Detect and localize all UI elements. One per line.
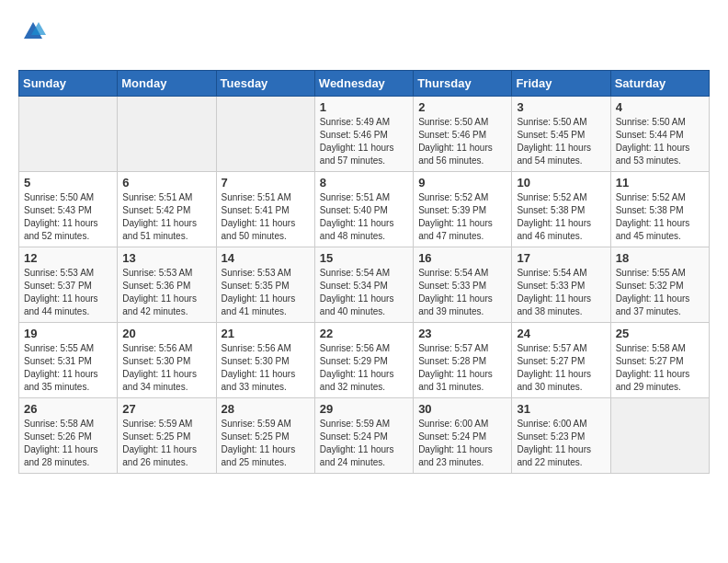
calendar-cell: 23Sunrise: 5:57 AM Sunset: 5:28 PM Dayli… bbox=[414, 323, 512, 398]
calendar-cell: 20Sunrise: 5:56 AM Sunset: 5:30 PM Dayli… bbox=[118, 323, 216, 398]
calendar-cell: 19Sunrise: 5:55 AM Sunset: 5:31 PM Dayli… bbox=[19, 323, 118, 398]
day-number: 23 bbox=[418, 327, 506, 340]
day-number: 24 bbox=[517, 327, 605, 340]
day-number: 27 bbox=[122, 402, 210, 416]
calendar-week-row: 1Sunrise: 5:49 AM Sunset: 5:46 PM Daylig… bbox=[19, 97, 710, 172]
weekday-header: Friday bbox=[512, 71, 610, 97]
calendar-cell: 31Sunrise: 6:00 AM Sunset: 5:23 PM Dayli… bbox=[512, 398, 610, 474]
weekday-header: Thursday bbox=[414, 71, 512, 97]
day-info: Sunrise: 6:00 AM Sunset: 5:23 PM Dayligh… bbox=[517, 418, 605, 469]
calendar-cell: 1Sunrise: 5:49 AM Sunset: 5:46 PM Daylig… bbox=[314, 97, 413, 172]
header bbox=[18, 18, 710, 61]
day-info: Sunrise: 5:51 AM Sunset: 5:42 PM Dayligh… bbox=[122, 191, 210, 243]
day-number: 18 bbox=[616, 251, 704, 265]
calendar-cell: 5Sunrise: 5:50 AM Sunset: 5:43 PM Daylig… bbox=[19, 172, 118, 247]
logo-icon bbox=[20, 18, 46, 44]
calendar-cell: 30Sunrise: 6:00 AM Sunset: 5:24 PM Dayli… bbox=[414, 398, 512, 474]
day-number: 13 bbox=[122, 251, 210, 265]
day-info: Sunrise: 5:52 AM Sunset: 5:38 PM Dayligh… bbox=[616, 191, 704, 243]
calendar-cell: 21Sunrise: 5:56 AM Sunset: 5:30 PM Dayli… bbox=[216, 323, 314, 398]
calendar-cell: 8Sunrise: 5:51 AM Sunset: 5:40 PM Daylig… bbox=[314, 172, 413, 247]
calendar-cell: 18Sunrise: 5:55 AM Sunset: 5:32 PM Dayli… bbox=[610, 247, 709, 323]
day-info: Sunrise: 5:55 AM Sunset: 5:32 PM Dayligh… bbox=[616, 267, 704, 318]
day-number: 26 bbox=[24, 402, 112, 416]
calendar-cell: 22Sunrise: 5:56 AM Sunset: 5:29 PM Dayli… bbox=[314, 323, 413, 398]
weekday-header: Wednesday bbox=[314, 71, 413, 97]
day-number: 29 bbox=[320, 402, 408, 416]
calendar-cell: 26Sunrise: 5:58 AM Sunset: 5:26 PM Dayli… bbox=[19, 398, 118, 474]
day-info: Sunrise: 5:56 AM Sunset: 5:30 PM Dayligh… bbox=[122, 342, 210, 394]
calendar-cell: 13Sunrise: 5:53 AM Sunset: 5:36 PM Dayli… bbox=[118, 247, 216, 323]
calendar-cell: 14Sunrise: 5:53 AM Sunset: 5:35 PM Dayli… bbox=[216, 247, 314, 323]
day-info: Sunrise: 5:58 AM Sunset: 5:27 PM Dayligh… bbox=[616, 342, 704, 394]
day-info: Sunrise: 5:54 AM Sunset: 5:33 PM Dayligh… bbox=[418, 267, 506, 318]
calendar-cell: 29Sunrise: 5:59 AM Sunset: 5:24 PM Dayli… bbox=[314, 398, 413, 474]
day-number: 10 bbox=[517, 176, 605, 190]
day-number: 14 bbox=[222, 251, 310, 265]
day-info: Sunrise: 5:52 AM Sunset: 5:39 PM Dayligh… bbox=[418, 191, 506, 243]
day-number: 21 bbox=[222, 327, 310, 340]
calendar-cell: 2Sunrise: 5:50 AM Sunset: 5:46 PM Daylig… bbox=[414, 97, 512, 172]
calendar-week-row: 19Sunrise: 5:55 AM Sunset: 5:31 PM Dayli… bbox=[19, 323, 710, 398]
day-info: Sunrise: 5:55 AM Sunset: 5:31 PM Dayligh… bbox=[24, 342, 112, 394]
day-number: 2 bbox=[418, 100, 506, 114]
day-info: Sunrise: 5:57 AM Sunset: 5:28 PM Dayligh… bbox=[418, 342, 506, 394]
calendar-cell bbox=[118, 97, 216, 172]
calendar-cell: 4Sunrise: 5:50 AM Sunset: 5:44 PM Daylig… bbox=[610, 97, 709, 172]
day-number: 11 bbox=[616, 176, 704, 190]
day-number: 12 bbox=[24, 251, 112, 265]
day-info: Sunrise: 5:54 AM Sunset: 5:33 PM Dayligh… bbox=[517, 267, 605, 318]
calendar-cell: 6Sunrise: 5:51 AM Sunset: 5:42 PM Daylig… bbox=[118, 172, 216, 247]
day-info: Sunrise: 5:56 AM Sunset: 5:30 PM Dayligh… bbox=[222, 342, 310, 394]
calendar-cell: 7Sunrise: 5:51 AM Sunset: 5:41 PM Daylig… bbox=[216, 172, 314, 247]
day-info: Sunrise: 5:52 AM Sunset: 5:38 PM Dayligh… bbox=[517, 191, 605, 243]
day-number: 20 bbox=[122, 327, 210, 340]
day-info: Sunrise: 5:50 AM Sunset: 5:43 PM Dayligh… bbox=[24, 191, 112, 243]
day-info: Sunrise: 5:54 AM Sunset: 5:34 PM Dayligh… bbox=[320, 267, 408, 318]
day-number: 31 bbox=[517, 402, 605, 416]
calendar-cell: 10Sunrise: 5:52 AM Sunset: 5:38 PM Dayli… bbox=[512, 172, 610, 247]
calendar-week-row: 26Sunrise: 5:58 AM Sunset: 5:26 PM Dayli… bbox=[19, 398, 710, 474]
day-number: 28 bbox=[222, 402, 310, 416]
calendar-cell: 17Sunrise: 5:54 AM Sunset: 5:33 PM Dayli… bbox=[512, 247, 610, 323]
calendar-cell: 3Sunrise: 5:50 AM Sunset: 5:45 PM Daylig… bbox=[512, 97, 610, 172]
day-info: Sunrise: 5:59 AM Sunset: 5:24 PM Dayligh… bbox=[320, 418, 408, 469]
calendar-cell: 12Sunrise: 5:53 AM Sunset: 5:37 PM Dayli… bbox=[19, 247, 118, 323]
day-info: Sunrise: 5:50 AM Sunset: 5:45 PM Dayligh… bbox=[517, 116, 605, 167]
day-number: 3 bbox=[517, 100, 605, 114]
weekday-header: Monday bbox=[118, 71, 216, 97]
calendar-table: SundayMondayTuesdayWednesdayThursdayFrid… bbox=[18, 70, 710, 474]
day-info: Sunrise: 5:53 AM Sunset: 5:35 PM Dayligh… bbox=[222, 267, 310, 318]
day-info: Sunrise: 5:50 AM Sunset: 5:46 PM Dayligh… bbox=[418, 116, 506, 167]
day-number: 8 bbox=[320, 176, 408, 190]
day-number: 30 bbox=[418, 402, 506, 416]
day-info: Sunrise: 5:56 AM Sunset: 5:29 PM Dayligh… bbox=[320, 342, 408, 394]
day-number: 6 bbox=[122, 176, 210, 190]
day-info: Sunrise: 6:00 AM Sunset: 5:24 PM Dayligh… bbox=[418, 418, 506, 469]
calendar-cell: 15Sunrise: 5:54 AM Sunset: 5:34 PM Dayli… bbox=[314, 247, 413, 323]
day-info: Sunrise: 5:57 AM Sunset: 5:27 PM Dayligh… bbox=[517, 342, 605, 394]
calendar-cell: 25Sunrise: 5:58 AM Sunset: 5:27 PM Dayli… bbox=[610, 323, 709, 398]
calendar-header-row: SundayMondayTuesdayWednesdayThursdayFrid… bbox=[19, 71, 710, 97]
day-number: 17 bbox=[517, 251, 605, 265]
day-info: Sunrise: 5:51 AM Sunset: 5:41 PM Dayligh… bbox=[222, 191, 310, 243]
day-number: 16 bbox=[418, 251, 506, 265]
day-number: 4 bbox=[616, 100, 704, 114]
day-number: 5 bbox=[24, 176, 112, 190]
logo bbox=[18, 18, 46, 61]
calendar-cell: 11Sunrise: 5:52 AM Sunset: 5:38 PM Dayli… bbox=[610, 172, 709, 247]
calendar-cell: 27Sunrise: 5:59 AM Sunset: 5:25 PM Dayli… bbox=[118, 398, 216, 474]
calendar-cell: 16Sunrise: 5:54 AM Sunset: 5:33 PM Dayli… bbox=[414, 247, 512, 323]
day-info: Sunrise: 5:53 AM Sunset: 5:37 PM Dayligh… bbox=[24, 267, 112, 318]
calendar-week-row: 5Sunrise: 5:50 AM Sunset: 5:43 PM Daylig… bbox=[19, 172, 710, 247]
day-info: Sunrise: 5:59 AM Sunset: 5:25 PM Dayligh… bbox=[222, 418, 310, 469]
day-number: 9 bbox=[418, 176, 506, 190]
calendar-cell: 9Sunrise: 5:52 AM Sunset: 5:39 PM Daylig… bbox=[414, 172, 512, 247]
weekday-header: Tuesday bbox=[216, 71, 314, 97]
weekday-header: Sunday bbox=[19, 71, 118, 97]
calendar-cell bbox=[216, 97, 314, 172]
day-info: Sunrise: 5:51 AM Sunset: 5:40 PM Dayligh… bbox=[320, 191, 408, 243]
weekday-header: Saturday bbox=[610, 71, 709, 97]
day-number: 7 bbox=[222, 176, 310, 190]
day-number: 22 bbox=[320, 327, 408, 340]
